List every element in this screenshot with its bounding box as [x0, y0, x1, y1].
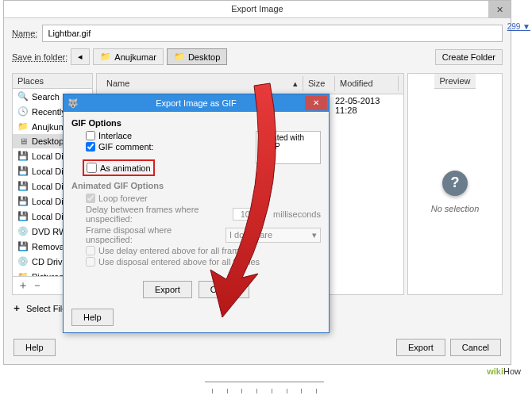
delay-spinner: 100 ▲▼	[233, 208, 264, 221]
preview-panel: Preview ? No selection	[407, 73, 503, 295]
path-back-button[interactable]: ◂	[71, 48, 90, 65]
help-button[interactable]: Help	[13, 339, 56, 356]
col-modified[interactable]: Modified	[335, 76, 399, 91]
use-disposal-checkbox: Use disposal entered above for all frame…	[86, 257, 321, 267]
place-icon: 📁	[17, 121, 29, 132]
disposal-row: Frame disposal where unspecified: I don'…	[86, 225, 321, 244]
loop-forever-checkbox: Loop forever	[86, 194, 321, 203]
col-size[interactable]: Size	[303, 76, 335, 91]
ruler	[205, 382, 324, 399]
file-list-header: Name▴ Size Modified	[97, 74, 403, 94]
close-icon[interactable]: ✕	[488, 1, 511, 18]
gif-export-button[interactable]: Export	[143, 281, 192, 298]
gif-title: Export Image as GIF	[83, 98, 329, 108]
name-label: Name:	[12, 29, 37, 38]
app-icon: 🐺	[64, 98, 83, 109]
place-icon: 🔍	[17, 91, 29, 102]
as-animation-highlight: As animation	[83, 159, 155, 176]
place-icon: 💾	[17, 211, 29, 221]
gif-title-bar[interactable]: 🐺 Export Image as GIF ✕	[64, 94, 329, 112]
right-edge-marker: 299 ▼	[507, 22, 530, 31]
place-icon: 💿	[17, 226, 29, 236]
gif-cancel-button[interactable]: Cancel	[199, 281, 249, 298]
gif-options-heading: GIF Options	[71, 118, 321, 128]
place-icon: 🖥	[17, 136, 29, 146]
create-folder-button[interactable]: Create Folder	[435, 49, 503, 65]
use-delay-checkbox: Use delay entered above for all frames	[86, 246, 321, 255]
export-button[interactable]: Export	[396, 339, 445, 356]
places-header[interactable]: Places	[13, 74, 92, 89]
as-animation-label: As animation	[100, 163, 151, 173]
path-segment-desktop[interactable]: 📁Desktop	[167, 48, 227, 65]
delay-row: Delay between frames where unspecified: …	[86, 205, 321, 224]
place-icon: 💾	[17, 241, 29, 251]
gif-comment-textarea[interactable]: Created with GIMP	[256, 131, 321, 164]
dialog-title: Export Image	[231, 4, 283, 13]
place-icon: 💾	[17, 166, 29, 176]
place-icon: 💿	[17, 256, 29, 267]
place-label: Desktop	[32, 136, 64, 146]
chevron-down-icon: ▾	[312, 230, 317, 240]
folder-icon: 📁	[174, 52, 185, 62]
place-icon: 🕓	[17, 106, 29, 117]
dialog-title-bar[interactable]: Export Image ✕	[4, 1, 511, 18]
disposal-combo: I don't care▾	[226, 228, 321, 243]
close-icon[interactable]: ✕	[305, 96, 327, 110]
save-in-label: Save in folder:	[12, 52, 67, 62]
expand-icon[interactable]: ＋	[12, 301, 21, 315]
question-icon: ?	[442, 171, 468, 196]
wikihow-watermark: wikiHow	[487, 362, 521, 378]
sort-icon: ▴	[293, 79, 298, 89]
place-icon: 💾	[17, 181, 29, 191]
as-animation-checkbox[interactable]	[87, 163, 97, 173]
place-icon: 💾	[17, 196, 29, 206]
anim-options-heading: Animated GIF Options	[71, 181, 321, 190]
path-segment-user[interactable]: 📁Anujkumar	[93, 48, 164, 65]
gif-help-button[interactable]: Help	[71, 309, 114, 326]
folder-icon: 📁	[100, 52, 111, 62]
place-label: Search	[32, 92, 60, 102]
place-icon: 💾	[17, 151, 29, 161]
cancel-button[interactable]: Cancel	[450, 339, 501, 356]
col-name[interactable]: Name▴	[102, 76, 303, 91]
filename-input[interactable]	[42, 25, 503, 42]
no-selection-text: No selection	[431, 204, 480, 213]
preview-header: Preview	[434, 74, 475, 89]
export-gif-dialog: 🐺 Export Image as GIF ✕ GIF Options Inte…	[63, 94, 330, 333]
